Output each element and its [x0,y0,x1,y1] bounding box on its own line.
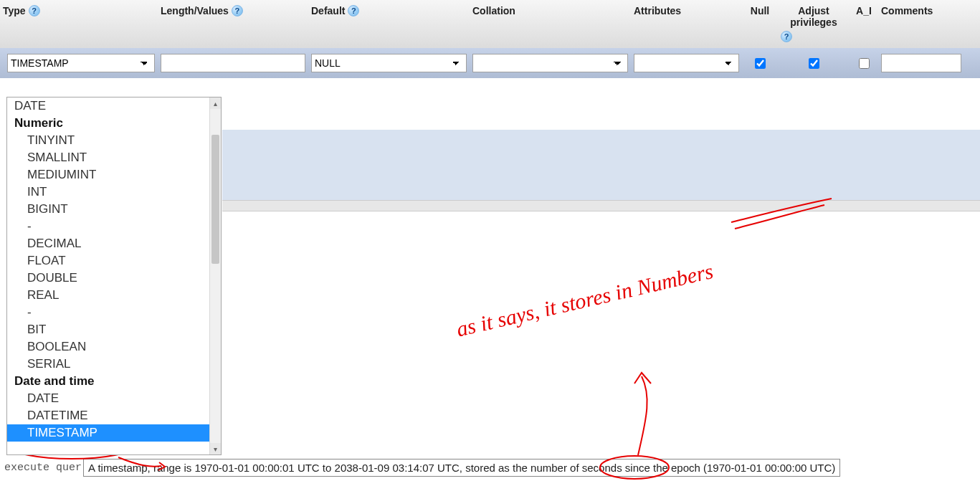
comments-input[interactable] [881,54,961,72]
null-checkbox[interactable] [755,58,766,69]
dropdown-item-boolean[interactable]: BOOLEAN [7,338,209,356]
dropdown-group-numeric: Numeric [7,115,209,132]
header-length: Length/Values ? [158,3,308,16]
header-adjust-privileges: Adjust privileges ? [778,3,850,42]
dropdown-item-double[interactable]: DOUBLE [7,270,209,287]
execute-query-label: execute quer [0,462,83,474]
dropdown-group-datetime: Date and time [7,373,209,390]
dropdown-item-smallint[interactable]: SMALLINT [7,149,209,166]
bg-stripe [222,130,980,200]
bg-stripe [222,200,980,211]
scrollbar-up-arrow-icon[interactable]: ▴ [210,97,221,109]
scrollbar-down-arrow-icon[interactable]: ▾ [210,443,221,454]
ai-checkbox[interactable] [859,58,870,69]
header-attributes: Attributes [631,3,742,16]
header-length-label: Length/Values [161,5,229,16]
collation-select[interactable] [472,54,628,72]
dropdown-separator: - [7,304,209,321]
dropdown-item-bigint[interactable]: BIGINT [7,201,209,218]
bottom-bar: execute quer A timestamp, range is 1970-… [0,454,980,481]
type-select[interactable]: TIMESTAMP [7,54,155,72]
help-icon[interactable]: ? [232,5,243,16]
header-type: Type ? [0,3,158,16]
header-adjust-label: Adjust privileges [781,5,847,28]
dropdown-item-date-top[interactable]: DATE [7,97,209,115]
dropdown-item-bit[interactable]: BIT [7,321,209,338]
header-type-label: Type [3,5,26,16]
header-default: Default ? [308,3,470,16]
dropdown-item-datetime[interactable]: DATETIME [7,407,209,424]
bg-stripe [222,211,980,454]
dropdown-separator: - [7,218,209,235]
dropdown-item-mediumint[interactable]: MEDIUMINT [7,166,209,184]
dropdown-item-real[interactable]: REAL [7,287,209,304]
type-dropdown-panel: DATE Numeric TINYINT SMALLINT MEDIUMINT … [6,97,222,455]
attributes-select[interactable] [634,54,739,72]
header-null: Null [742,3,778,16]
header-comments-label: Comments [881,5,933,16]
header-ai: A_I [850,3,878,16]
type-dropdown-list[interactable]: DATE Numeric TINYINT SMALLINT MEDIUMINT … [7,97,209,454]
dropdown-item-float[interactable]: FLOAT [7,252,209,270]
column-headers: Type ? Length/Values ? Default ? Collati… [0,0,980,48]
header-collation: Collation [470,3,631,16]
header-attributes-label: Attributes [634,5,681,16]
dropdown-item-tinyint[interactable]: TINYINT [7,132,209,149]
dropdown-item-serial[interactable]: SERIAL [7,356,209,373]
header-comments: Comments [878,3,964,16]
dropdown-item-timestamp[interactable]: TIMESTAMP [7,424,209,442]
dropdown-scrollbar[interactable]: ▴ ▾ [209,97,221,454]
header-default-label: Default [311,5,345,16]
help-icon[interactable]: ? [29,5,40,16]
adjust-privileges-checkbox[interactable] [809,58,819,69]
header-collation-label: Collation [472,5,515,16]
help-icon[interactable]: ? [348,5,359,16]
bg-stripe [222,95,980,130]
length-input[interactable] [161,54,305,72]
scrollbar-thumb[interactable] [211,135,219,264]
dropdown-item-date[interactable]: DATE [7,390,209,407]
column-input-row: TIMESTAMP NULL [0,48,980,78]
header-null-label: Null [751,5,769,16]
timestamp-tooltip: A timestamp, range is 1970-01-01 00:00:0… [83,459,840,477]
help-icon[interactable]: ? [781,31,792,42]
header-ai-label: A_I [856,5,872,16]
dropdown-item-decimal[interactable]: DECIMAL [7,235,209,252]
default-select[interactable]: NULL [311,54,467,72]
dropdown-item-int[interactable]: INT [7,184,209,201]
